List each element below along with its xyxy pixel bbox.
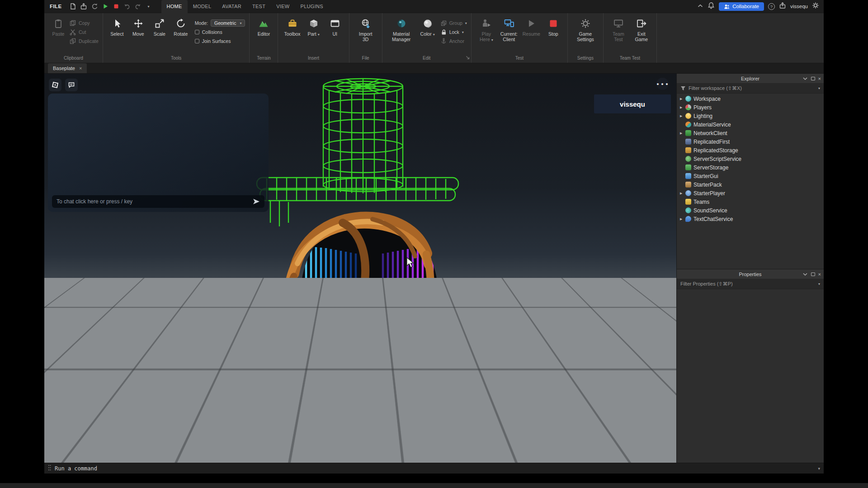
exit-game-button[interactable]: Exit Game bbox=[631, 15, 652, 42]
collaborate-button[interactable]: Collaborate bbox=[719, 2, 764, 11]
settings-gear-icon[interactable] bbox=[812, 2, 819, 11]
stop-button[interactable]: Stop bbox=[543, 15, 563, 37]
tab-test[interactable]: TEST bbox=[247, 0, 271, 13]
float-panel-icon[interactable] bbox=[811, 77, 815, 80]
chevron-down-icon[interactable]: ▾ bbox=[818, 86, 820, 90]
roblox-menu-button[interactable] bbox=[49, 79, 61, 91]
collisions-checkbox[interactable]: Collisions bbox=[195, 28, 245, 36]
notifications-bell-icon[interactable] bbox=[708, 2, 715, 11]
explorer-item-startergui[interactable]: StarterGui bbox=[677, 172, 824, 180]
undo-icon[interactable] bbox=[123, 0, 132, 13]
viewport-more-button[interactable]: ● ● ● bbox=[656, 78, 669, 90]
play-here-button[interactable]: Play Here ▾ bbox=[476, 15, 497, 42]
explorer-item-serverstorage[interactable]: ServerStorage bbox=[677, 163, 824, 172]
lock-button[interactable]: Lock▾ bbox=[441, 28, 467, 36]
explorer-item-textchatservice[interactable]: ▶TextChatService bbox=[677, 215, 824, 223]
play-icon[interactable] bbox=[101, 0, 110, 13]
copy-button[interactable]: Copy bbox=[70, 19, 99, 27]
explorer-item-lighting[interactable]: ▶Lighting bbox=[677, 112, 824, 120]
username-label[interactable]: vissequ bbox=[790, 4, 808, 9]
file-menu-button[interactable]: FILE bbox=[44, 4, 67, 9]
terrain-editor-button[interactable]: Editor bbox=[254, 15, 274, 37]
import-3d-button[interactable]: Import 3D bbox=[354, 15, 378, 42]
close-panel-icon[interactable]: × bbox=[818, 272, 821, 277]
float-panel-icon[interactable] bbox=[811, 272, 815, 276]
team-test-button[interactable]: Team Test bbox=[608, 15, 629, 42]
explorer-item-soundservice[interactable]: SoundService bbox=[677, 206, 824, 215]
tab-baseplate[interactable]: Baseplate × bbox=[48, 63, 87, 73]
explorer-item-replicatedfirst[interactable]: ReplicatedFirst bbox=[677, 137, 824, 146]
ui-button[interactable]: UI bbox=[325, 15, 345, 37]
close-panel-icon[interactable]: × bbox=[818, 76, 821, 81]
explorer-item-serverscriptservice[interactable]: ServerScriptService bbox=[677, 155, 824, 163]
expand-arrow-icon[interactable]: ▶ bbox=[680, 97, 685, 101]
sync-icon[interactable] bbox=[90, 0, 99, 13]
share-icon[interactable] bbox=[779, 2, 786, 11]
chevron-down-icon[interactable]: ▾ bbox=[818, 282, 820, 286]
help-icon[interactable]: ? bbox=[768, 3, 775, 10]
panel-collapse-icon[interactable] bbox=[802, 75, 808, 83]
explorer-item-materialservice[interactable]: MaterialService bbox=[677, 120, 824, 129]
expand-arrow-icon[interactable]: ▶ bbox=[680, 114, 685, 118]
join-surfaces-checkbox[interactable]: Join Surfaces bbox=[195, 37, 245, 45]
resume-button[interactable]: Resume bbox=[521, 15, 542, 37]
chat-window[interactable]: To chat click here or press / key bbox=[48, 94, 269, 212]
open-file-icon[interactable] bbox=[79, 0, 88, 13]
tab-plugins[interactable]: PLUGINS bbox=[295, 0, 329, 13]
select-tool-button[interactable]: Select bbox=[107, 15, 127, 37]
move-tool-button[interactable]: Move bbox=[128, 15, 148, 37]
explorer-item-workspace[interactable]: ▶Workspace bbox=[677, 94, 824, 103]
properties-filter-input[interactable]: Filter Properties (⇧⌘P) ▾ bbox=[677, 279, 824, 289]
explorer-filter-input[interactable]: Filter workspace (⇧⌘X) ▾ bbox=[677, 84, 824, 94]
edit-dialog-launcher-icon[interactable] bbox=[466, 53, 470, 61]
explorer-header[interactable]: Explorer × bbox=[677, 74, 824, 84]
quickbar-customize-icon[interactable]: ▾ bbox=[144, 0, 153, 13]
expand-arrow-icon[interactable]: ▶ bbox=[680, 217, 685, 221]
material-manager-button[interactable]: Material Manager bbox=[387, 15, 416, 42]
chat-toggle-button[interactable] bbox=[65, 79, 78, 91]
collapse-ribbon-icon[interactable] bbox=[697, 2, 703, 10]
3d-viewport[interactable]: W bbox=[44, 74, 676, 463]
current-client-button[interactable]: Current:Client bbox=[499, 15, 519, 42]
cut-button[interactable]: Cut bbox=[70, 28, 99, 36]
send-icon[interactable] bbox=[253, 198, 260, 205]
drag-handle-icon[interactable] bbox=[48, 464, 51, 473]
properties-header[interactable]: Properties × bbox=[677, 269, 824, 279]
server-script-service-icon bbox=[685, 156, 691, 162]
stop-record-icon[interactable] bbox=[112, 0, 121, 13]
mode-dropdown[interactable]: Geometric▾ bbox=[211, 19, 245, 27]
rotate-tool-button[interactable]: Rotate bbox=[171, 15, 191, 37]
ribbon-section-edit: Material Manager Color ▾ Group▾ Lock▾ An… bbox=[382, 13, 472, 63]
new-file-icon[interactable] bbox=[68, 0, 77, 13]
explorer-item-starterplayer[interactable]: ▶StarterPlayer bbox=[677, 189, 824, 197]
anchor-button[interactable]: Anchor bbox=[441, 37, 467, 45]
command-bar[interactable]: Run a command ▾ bbox=[44, 463, 824, 474]
expand-arrow-icon[interactable]: ▶ bbox=[680, 192, 685, 195]
explorer-item-replicatedstorage[interactable]: ReplicatedStorage bbox=[677, 146, 824, 155]
redo-icon[interactable] bbox=[133, 0, 142, 13]
close-tab-icon[interactable]: × bbox=[79, 66, 82, 71]
paste-button[interactable]: Paste bbox=[48, 15, 68, 37]
duplicate-button[interactable]: Duplicate bbox=[70, 37, 99, 45]
chat-input[interactable]: To chat click here or press / key bbox=[52, 195, 264, 208]
starter-player-icon bbox=[685, 190, 691, 196]
panel-collapse-icon[interactable] bbox=[802, 270, 808, 278]
tab-view[interactable]: VIEW bbox=[271, 0, 295, 13]
expand-arrow-icon[interactable]: ▶ bbox=[680, 131, 685, 135]
toolbox-button[interactable]: Toolbox bbox=[282, 15, 302, 37]
tab-home[interactable]: HOME bbox=[161, 0, 188, 13]
command-input[interactable]: Run a command bbox=[55, 465, 97, 472]
tab-model[interactable]: MODEL bbox=[188, 0, 217, 13]
explorer-item-players[interactable]: ▶Players bbox=[677, 103, 824, 112]
group-button[interactable]: Group▾ bbox=[441, 19, 467, 27]
explorer-item-teams[interactable]: Teams bbox=[677, 197, 824, 206]
tab-avatar[interactable]: AVATAR bbox=[217, 0, 247, 13]
scale-tool-button[interactable]: Scale bbox=[150, 15, 170, 37]
color-button[interactable]: Color ▾ bbox=[418, 15, 438, 37]
explorer-item-starterpack[interactable]: StarterPack bbox=[677, 180, 824, 189]
explorer-item-networkclient[interactable]: ▶NetworkClient bbox=[677, 129, 824, 137]
expand-arrow-icon[interactable]: ▶ bbox=[680, 106, 685, 109]
part-button[interactable]: Part ▾ bbox=[304, 15, 324, 37]
command-bar-expand-icon[interactable]: ▾ bbox=[818, 466, 820, 471]
game-settings-button[interactable]: Game Settings bbox=[572, 15, 599, 42]
